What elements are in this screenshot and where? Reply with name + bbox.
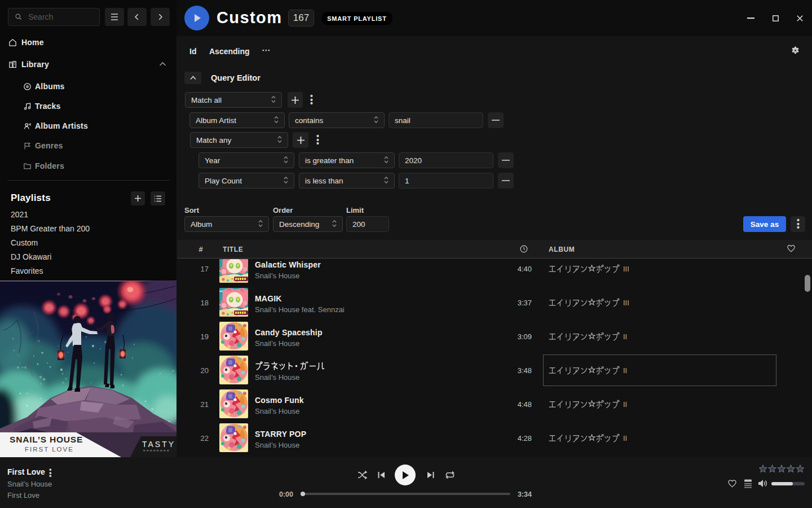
svg-text:TASTY: TASTY <box>142 440 175 449</box>
svg-text:SNAIL’S HOUSE: SNAIL’S HOUSE <box>10 435 83 444</box>
svg-text:FIRST LOVE: FIRST LOVE <box>25 446 74 453</box>
